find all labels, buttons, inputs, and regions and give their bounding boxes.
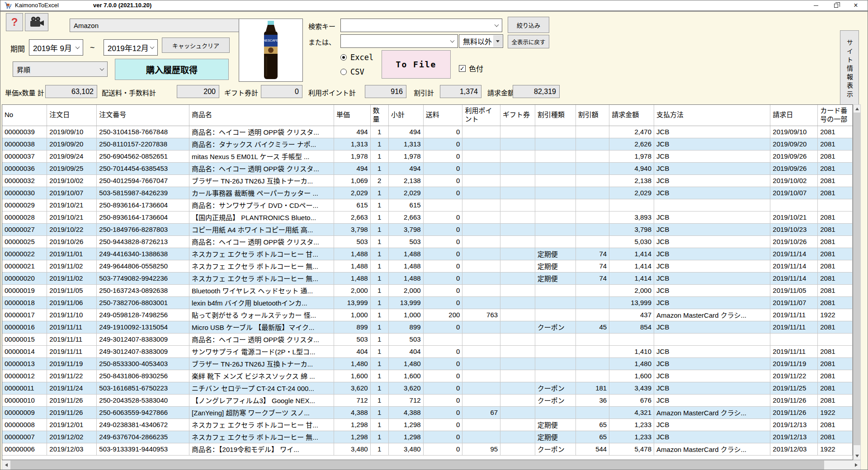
search-or-input[interactable]: [340, 34, 458, 48]
scroll-right-button[interactable]: [852, 461, 860, 470]
period-from-select[interactable]: 2019年 9月: [29, 39, 83, 56]
fetch-history-button[interactable]: 購入履歴取得: [115, 59, 229, 80]
cell-order-number: 249-9644806-0558250: [97, 260, 189, 272]
table-row[interactable]: 000000292019/10/21250-8936164-1736604商品名…: [2, 199, 853, 211]
period-to-select[interactable]: 2019年12月: [104, 39, 158, 56]
table-row[interactable]: 000000122019/11/22250-8431806-8930256楽絆 …: [2, 370, 853, 382]
table-row[interactable]: 000000142019/11/11249-3012407-8383009サンワ…: [2, 345, 853, 357]
scroll-down-button[interactable]: [854, 452, 860, 460]
cell-quantity: 1: [370, 248, 388, 260]
horizontal-scrollbar-thumb[interactable]: [10, 461, 824, 470]
table-row[interactable]: 000000372019/09/24250-6904562-0852651mit…: [2, 150, 853, 162]
scroll-up-button[interactable]: [854, 105, 860, 113]
cell-billing-date: 2019/12/13: [770, 418, 818, 431]
cell-unit-price: 13,999: [334, 296, 370, 309]
cell-order-number: 249-6376704-2866235: [97, 431, 189, 443]
cell-card-digits: 2081: [818, 248, 853, 260]
table-row[interactable]: 000000302019/10/07503-5815987-8426239カール…: [2, 187, 853, 199]
table-row[interactable]: 000000382019/09/20250-8110157-2207838商品名…: [2, 138, 853, 150]
table-row[interactable]: 000000182019/11/06250-7382706-8803001lex…: [2, 296, 853, 309]
cell-billing-date: 2019/11/11: [770, 309, 818, 321]
column-header-quantity[interactable]: 数量: [370, 105, 388, 126]
column-header-billed-amount[interactable]: 請求金額: [609, 105, 654, 126]
column-header-shipping[interactable]: 送料: [423, 105, 462, 126]
title-bar: KaimonoToExcel ver 7.0.0 (2021.10.20) ×: [0, 0, 868, 10]
table-row[interactable]: 000000392019/09/10250-3104158-7667848商品名…: [2, 126, 853, 138]
filter-button[interactable]: 絞り込み: [508, 17, 549, 33]
minimize-button[interactable]: [806, 0, 826, 10]
scroll-left-button[interactable]: [2, 461, 10, 470]
cell-order-date: 2019/11/05: [47, 284, 97, 296]
column-header-points-used[interactable]: 利用ポイント: [462, 105, 500, 126]
chevron-up-icon: [855, 108, 859, 110]
cell-no: 00000022: [2, 248, 47, 260]
table-row[interactable]: 000000252019/10/26250-9443828-8726213商品名…: [2, 235, 853, 248]
table-row[interactable]: 000000322019/10/02250-4012594-7667047ブラザ…: [2, 174, 853, 187]
sort-order-select[interactable]: 昇順: [13, 61, 108, 77]
search-key-input[interactable]: [340, 19, 502, 32]
column-header-payment-method[interactable]: 支払方法: [654, 105, 770, 126]
table-row[interactable]: 000000102019/11/26250-2043528-5383040【ノン…: [2, 394, 853, 406]
column-header-discount-type[interactable]: 割引種類: [535, 105, 576, 126]
table-row[interactable]: 000000192019/11/05250-1637243-0892638Blu…: [2, 284, 853, 296]
table-row[interactable]: 000000222019/11/01249-4416340-1388638ネスカ…: [2, 248, 853, 260]
table-row[interactable]: 000000062019/12/03503-9133391-9440953商品名…: [2, 443, 853, 455]
cell-quantity: 1: [370, 126, 388, 138]
dropdown-button[interactable]: [493, 35, 502, 47]
column-header-gift-card[interactable]: ギフト券: [500, 105, 535, 126]
cell-billed-amount: 2,626: [609, 138, 654, 150]
to-file-button[interactable]: To File: [382, 50, 451, 79]
free-filter-select[interactable]: 無料以外: [459, 34, 503, 48]
camera-button[interactable]: [25, 13, 48, 31]
table-row[interactable]: 000000362019/09/25250-7014454-6385453商品名…: [2, 162, 853, 174]
cell-shipping: 0: [423, 357, 462, 370]
cell-discount-type: 定期便: [535, 248, 576, 260]
table-row[interactable]: 000000072019/12/02249-6376704-2866235ネスカ…: [2, 431, 853, 443]
cell-billed-amount: [609, 333, 654, 345]
column-header-no[interactable]: No: [2, 105, 47, 126]
help-button[interactable]: ?: [6, 13, 23, 31]
table-row[interactable]: 000000272019/10/22250-1849766-8287803コピー…: [2, 223, 853, 235]
table-row[interactable]: 000000152019/11/11249-3012407-8383009商品名…: [2, 333, 853, 345]
table-row[interactable]: 000000112019/11/24503-1616851-6750223ニチバ…: [2, 382, 853, 394]
cell-points-used: 763: [462, 309, 500, 321]
bottle-illustration: NESCAFE: [258, 20, 284, 80]
table-row[interactable]: 000000212019/11/02249-9644806-0558250ネスカ…: [2, 260, 853, 272]
horizontal-scrollbar[interactable]: [2, 460, 861, 470]
vertical-scrollbar-thumb[interactable]: [854, 113, 860, 445]
table-row[interactable]: 000000082019/12/01249-0238381-4340672ネスカ…: [2, 418, 853, 431]
table-row[interactable]: 000000092019/11/26250-6063559-9427866[Za…: [2, 406, 853, 418]
show-all-button[interactable]: 全表示に戻す: [508, 35, 549, 48]
cell-discount-type: [535, 199, 576, 211]
column-header-billing-date[interactable]: 請求日: [770, 105, 818, 126]
chevron-down-icon: [496, 40, 500, 42]
table-row[interactable]: 000000162019/11/11249-1910092-1315054Mic…: [2, 321, 853, 333]
color-checkbox[interactable]: ✓ 色付: [459, 63, 483, 74]
cell-product-name: サンワサプライ 電源コード(2P・L型コ...: [189, 345, 334, 357]
table-row[interactable]: 000000282019/10/21250-8936164-1736604【国内…: [2, 211, 853, 223]
vertical-scrollbar[interactable]: [853, 104, 861, 460]
cell-gift-card: [500, 357, 535, 370]
column-header-subtotal[interactable]: 小計: [388, 105, 423, 126]
cell-discount-amount: [576, 187, 609, 199]
cell-shipping: 0: [423, 284, 462, 296]
cell-discount-type: [535, 357, 576, 370]
cell-billing-date: 2019/11/19: [770, 357, 818, 370]
column-header-unit-price[interactable]: 単価: [334, 105, 370, 126]
column-header-discount-amount[interactable]: 割引額: [576, 105, 609, 126]
table-row[interactable]: 000000132019/11/19250-8533300-4053403ブラザ…: [2, 357, 853, 370]
cell-quantity: 1: [370, 370, 388, 382]
cell-unit-price: 3,620: [334, 382, 370, 394]
column-header-product-name[interactable]: 商品名: [189, 105, 334, 126]
radio-excel[interactable]: Excel: [340, 53, 373, 62]
table-row[interactable]: 000000172019/11/10249-0598128-7498256貼って…: [2, 309, 853, 321]
restore-button[interactable]: [826, 0, 846, 10]
cache-clear-button[interactable]: キャッシュクリア: [162, 38, 230, 53]
column-header-order-date[interactable]: 注文日: [47, 105, 97, 126]
column-header-card-digits[interactable]: カード番号の一部: [818, 105, 853, 126]
close-button[interactable]: ×: [846, 0, 866, 10]
cell-card-digits: 1922: [818, 406, 853, 418]
radio-csv[interactable]: CSV: [340, 67, 364, 76]
table-row[interactable]: 000000202019/11/02503-7749082-9942236ネスカ…: [2, 272, 853, 284]
column-header-order-number[interactable]: 注文番号: [97, 105, 189, 126]
